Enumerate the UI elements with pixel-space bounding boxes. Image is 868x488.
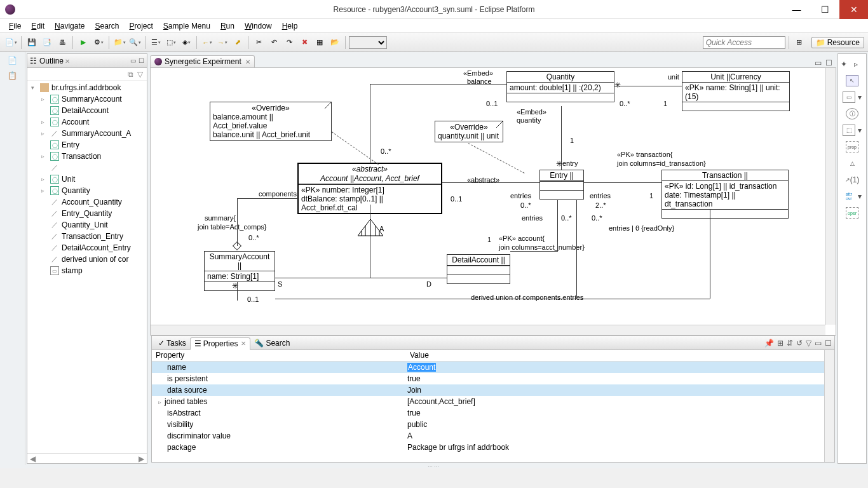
menu-run[interactable]: Run	[215, 20, 240, 32]
property-row[interactable]: discriminator valueA	[152, 430, 834, 442]
tab-properties[interactable]: ☰Properties✕	[190, 337, 251, 350]
resource-perspective-button[interactable]: 📁 Resource	[811, 37, 864, 48]
tree-item[interactable]: ▹◯Quantity	[27, 185, 147, 196]
filter-icon[interactable]: ⇵	[787, 339, 793, 348]
select-tool-icon[interactable]: ↖	[846, 75, 858, 86]
run-button[interactable]: ▶	[76, 36, 90, 50]
class-entry[interactable]: Entry ||	[539, 170, 584, 200]
new-button[interactable]: 📄	[4, 36, 18, 50]
menu-sample[interactable]: Sample Menu	[158, 20, 215, 32]
tree-item[interactable]: ／derived union of cor	[27, 254, 147, 265]
tree-item[interactable]: ／Transaction_Entry	[27, 231, 147, 242]
run-config-button[interactable]: ⚙	[92, 36, 105, 50]
class-quantity[interactable]: Quantity amount: double[1] || :(20,2)	[506, 71, 614, 102]
maximize-view-icon[interactable]: ☐	[825, 339, 832, 348]
up-button[interactable]: ⬈	[231, 36, 245, 50]
class-unit[interactable]: Unit ||Currency «PK» name: String[1] || …	[682, 71, 790, 111]
bottom-sash[interactable]: ⋯⋯	[0, 465, 868, 468]
property-row[interactable]: nameAccount	[152, 362, 834, 373]
property-row[interactable]: visibilitypublic	[152, 419, 834, 430]
canvas-scrollbar-vertical[interactable]	[825, 68, 836, 325]
open-type-button[interactable]: 📁	[112, 36, 126, 50]
tab-search[interactable]: 🔦Search	[250, 337, 294, 349]
menu-edit[interactable]: Edit	[26, 20, 50, 32]
cut-button[interactable]: ✂	[252, 36, 266, 50]
class-tool-icon[interactable]: ▭	[843, 92, 855, 103]
association-tool-icon[interactable]: ↗(1)	[846, 174, 858, 186]
menu-project[interactable]: Project	[124, 20, 158, 32]
zoom-combo[interactable]	[349, 36, 387, 49]
tree-item[interactable]: ／	[27, 162, 147, 173]
minimize-view-icon[interactable]: ▭	[815, 339, 822, 348]
property-row[interactable]: data sourceJoin	[152, 384, 834, 396]
editor-tab-synergetic[interactable]: Synergetic Expeirment ✕	[150, 55, 255, 67]
categories-icon[interactable]: ⊞	[777, 339, 783, 348]
open-perspective-button[interactable]: ⊞	[792, 36, 806, 50]
save-all-button[interactable]: 📑	[40, 36, 54, 50]
annotation-button[interactable]: ◈	[179, 36, 193, 50]
tree-item[interactable]: ▹◯SummaryAccount	[27, 93, 147, 105]
close-editor-icon[interactable]: ✕	[245, 58, 250, 65]
class-transaction[interactable]: Transaction || «PK» id: Long[1] || id_tr…	[661, 170, 789, 219]
close-button[interactable]: ✕	[839, 0, 868, 19]
property-row[interactable]: ▹joined tables[Account,Acct_brief]	[152, 396, 834, 407]
package-tool-icon[interactable]: ⬚	[843, 125, 855, 136]
navigator-icon[interactable]: 📋	[8, 71, 18, 81]
diagram-canvas[interactable]: Quantity amount: double[1] || :(20,2) Un…	[150, 67, 836, 336]
toggle-button[interactable]: ☰	[149, 36, 163, 50]
project-explorer-icon[interactable]: 📄	[8, 56, 18, 66]
pin-icon[interactable]: 📌	[764, 339, 774, 348]
note-override2[interactable]: «Override» quantity.unit || unit	[435, 121, 503, 142]
view-menu-icon[interactable]: ▽	[137, 70, 143, 79]
view-menu-icon[interactable]: ▽	[806, 339, 811, 348]
close-tab-icon[interactable]: ✕	[241, 340, 246, 347]
property-row[interactable]: isAbstracttrue	[152, 407, 834, 419]
col-property[interactable]: Property	[152, 350, 406, 361]
tree-item[interactable]: ／Entry_Quantity	[27, 208, 147, 219]
delete-button[interactable]: ✖	[297, 36, 311, 50]
outline-tree[interactable]: ▾ br.ufrgs.inf.addrbook ▹◯SummaryAccount…	[27, 81, 147, 453]
class-summary-account[interactable]: SummaryAccount || name: String[1]	[204, 251, 275, 291]
tree-item[interactable]: ▹◯Unit	[27, 173, 147, 185]
palette-next-icon[interactable]: ▹	[854, 60, 858, 69]
minimize-editor-icon[interactable]: ▭	[815, 58, 822, 67]
tab-tasks[interactable]: ✓Tasks	[154, 337, 190, 349]
tree-item[interactable]: ▹／SummaryAccount_A	[27, 128, 147, 139]
tree-item[interactable]: ▭stamp	[27, 265, 147, 276]
maximize-editor-icon[interactable]: ☐	[825, 58, 832, 67]
col-value[interactable]: Value	[406, 350, 433, 361]
menu-help[interactable]: Help	[277, 20, 303, 32]
maximize-view-icon[interactable]: ☐	[139, 57, 144, 64]
class-detail-account[interactable]: DetailAccount ||	[447, 254, 510, 284]
maximize-button[interactable]: ☐	[811, 0, 839, 19]
redo-button[interactable]: ↷	[282, 36, 296, 50]
tree-item[interactable]: ／Account_Quantity	[27, 196, 147, 208]
canvas-scrollbar-horizontal[interactable]	[151, 325, 825, 335]
forward-button[interactable]: →	[215, 36, 229, 50]
outline-mode-icon[interactable]: ⧉	[128, 70, 133, 79]
menu-window[interactable]: Window	[240, 20, 277, 32]
minimize-button[interactable]: —	[782, 0, 811, 19]
tree-package[interactable]: ▾ br.ufrgs.inf.addrbook	[27, 82, 147, 93]
property-row[interactable]: is persistenttrue	[152, 373, 834, 384]
menu-file[interactable]: File	[4, 20, 26, 32]
quick-access-input[interactable]	[703, 36, 785, 49]
tree-item[interactable]: ／DetailAccount_Entry	[27, 242, 147, 254]
tree-item[interactable]: ▹◯Account	[27, 116, 147, 128]
search-button[interactable]: 🔍	[128, 36, 142, 50]
properties-table[interactable]: Property Value nameAccountis persistentt…	[152, 350, 834, 462]
defaults-icon[interactable]: ↺	[796, 339, 803, 348]
tree-item[interactable]: ◯Entry	[27, 139, 147, 151]
undo-button[interactable]: ↶	[267, 36, 281, 50]
properties-scrollbar[interactable]	[824, 350, 834, 462]
tree-item[interactable]: ▹◯Transaction	[27, 151, 147, 162]
folder-button[interactable]: 📂	[328, 36, 342, 50]
property-row[interactable]: packagePackage br ufrgs inf addrbook	[152, 442, 834, 453]
tree-item[interactable]: ／Quantity_Unit	[27, 219, 147, 231]
close-tab-icon[interactable]: ✕	[65, 58, 70, 65]
palette-toggle-icon[interactable]: ✦	[841, 60, 847, 69]
print-button[interactable]: 🖶	[55, 36, 69, 50]
menu-navigate[interactable]: Navigate	[50, 20, 90, 32]
menu-search[interactable]: Search	[90, 20, 124, 32]
oper-tool-icon[interactable]: oper	[846, 207, 858, 219]
